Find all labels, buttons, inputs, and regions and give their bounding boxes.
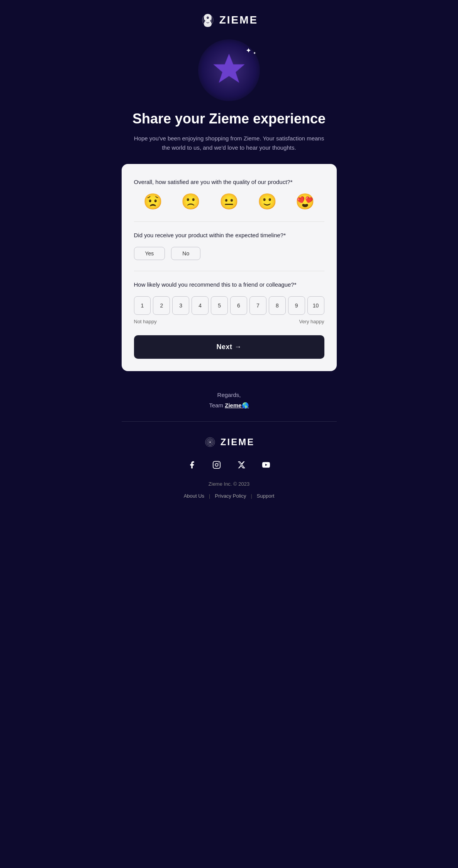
scale-btn-8[interactable]: 8 — [269, 296, 286, 315]
header-logo-area: ZIEME — [115, 0, 344, 35]
svg-rect-10 — [213, 461, 220, 468]
question-3-section: How likely would you recommend this to a… — [134, 271, 324, 324]
scale-btn-3[interactable]: 3 — [172, 296, 189, 315]
star-circle-bg: ✦ ✦ — [198, 39, 260, 101]
footer-logo-icon — [204, 436, 217, 449]
scale-labels-row: Not happy Very happy — [134, 319, 324, 324]
no-button[interactable]: No — [171, 247, 200, 260]
emoji-sad[interactable]: 🙁 — [181, 194, 200, 209]
page-subtitle: Hope you've been enjoying shopping from … — [115, 134, 344, 152]
page-title: Share your Zieme experience — [115, 110, 344, 127]
footer-sep-1: | — [209, 493, 210, 499]
regards-line1: Regards, — [115, 390, 344, 400]
scale-buttons-row: 1 2 3 4 5 6 7 8 9 10 — [134, 296, 324, 315]
yes-button[interactable]: Yes — [134, 247, 165, 260]
emoji-satisfaction-row: 😟 🙁 😐 🙂 😍 — [134, 194, 324, 209]
emoji-very-happy[interactable]: 😍 — [295, 194, 315, 209]
svg-point-12 — [218, 463, 219, 463]
question-1-label: Overall, how satisfied are you with the … — [134, 178, 324, 186]
scale-low-label: Not happy — [134, 319, 157, 324]
survey-card: Overall, how satisfied are you with the … — [122, 164, 337, 371]
question-2-section: Did you receive your product within the … — [134, 221, 324, 260]
regards-line2: Team Zieme🌎 — [115, 400, 344, 410]
footer-section: ZIEME Zi — [115, 422, 344, 508]
scale-btn-5[interactable]: 5 — [211, 296, 228, 315]
scale-btn-6[interactable]: 6 — [230, 296, 247, 315]
scale-btn-7[interactable]: 7 — [249, 296, 266, 315]
emoji-very-sad[interactable]: 😟 — [143, 194, 163, 209]
hero-star-icon — [210, 51, 248, 90]
footer-about-link[interactable]: About Us — [184, 493, 204, 499]
emoji-neutral[interactable]: 😐 — [219, 194, 239, 209]
x-twitter-icon[interactable] — [236, 459, 247, 470]
regards-section: Regards, Team Zieme🌎 — [115, 382, 344, 421]
facebook-icon[interactable] — [187, 459, 197, 470]
scale-btn-4[interactable]: 4 — [192, 296, 209, 315]
svg-marker-5 — [214, 54, 244, 83]
scale-btn-1[interactable]: 1 — [134, 296, 151, 315]
svg-point-4 — [207, 19, 209, 21]
question-3-label: How likely would you recommend this to a… — [134, 280, 324, 289]
question-2-label: Did you receive your product within the … — [134, 231, 324, 239]
yes-no-row: Yes No — [134, 247, 324, 260]
youtube-icon[interactable] — [261, 459, 271, 470]
scale-btn-10[interactable]: 10 — [307, 296, 324, 315]
copyright-text: Zieme Inc. © 2023 — [115, 481, 344, 487]
next-button[interactable]: Next → — [134, 335, 324, 359]
zieme-logo-icon — [200, 12, 215, 28]
footer-privacy-link[interactable]: Privacy Policy — [215, 493, 246, 499]
svg-point-11 — [215, 464, 218, 466]
sparkle-icon-large: ✦ — [246, 46, 251, 55]
scale-btn-9[interactable]: 9 — [288, 296, 305, 315]
footer-sep-2: | — [251, 493, 252, 499]
scale-high-label: Very happy — [299, 319, 324, 324]
emoji-happy[interactable]: 🙂 — [258, 194, 277, 209]
footer-links-row: About Us | Privacy Policy | Support — [115, 493, 344, 499]
scale-btn-2[interactable]: 2 — [153, 296, 170, 315]
footer-logo-area: ZIEME — [115, 436, 344, 449]
instagram-icon[interactable] — [211, 459, 222, 470]
regards-brand-link[interactable]: Zieme🌎 — [225, 402, 249, 409]
hero-image-area: ✦ ✦ — [115, 39, 344, 101]
sparkle-icon-small: ✦ — [253, 51, 256, 55]
footer-support-link[interactable]: Support — [257, 493, 275, 499]
social-icons-row — [115, 459, 344, 470]
svg-point-9 — [209, 441, 211, 443]
footer-brand-name: ZIEME — [221, 437, 254, 448]
header-brand-name: ZIEME — [219, 14, 258, 26]
